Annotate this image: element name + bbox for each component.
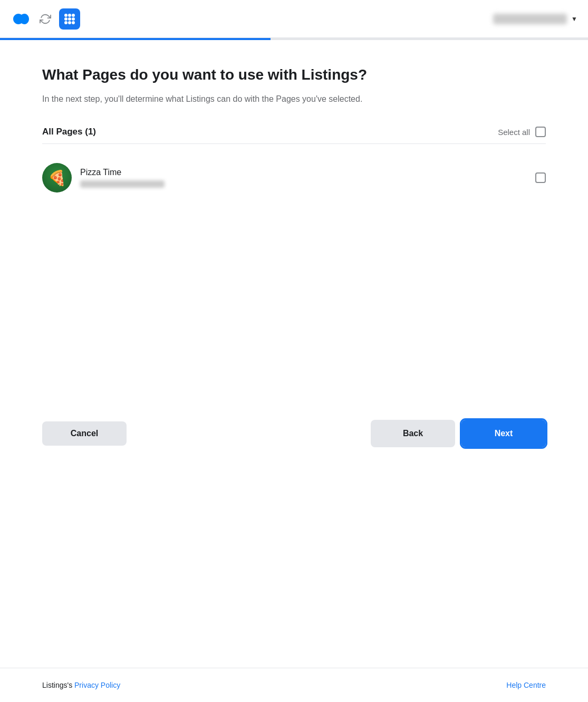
header-left [11, 8, 80, 30]
page-item-checkbox[interactable] [535, 172, 546, 183]
buttons-area: Cancel Back Next [42, 420, 546, 458]
svg-point-5 [68, 17, 71, 21]
header: ▼ [0, 0, 588, 38]
svg-point-8 [68, 21, 71, 24]
svg-point-3 [72, 14, 75, 17]
privacy-policy-link[interactable]: Privacy Policy [74, 681, 120, 689]
refresh-icon[interactable] [38, 12, 53, 26]
buttons-right: Back Next [371, 420, 546, 447]
svg-point-9 [72, 21, 75, 24]
pages-section: All Pages (1) Select all 🍕 Pizza Time [42, 127, 546, 388]
main-content: What Pages do you want to use with Listi… [0, 40, 588, 479]
page-info: Pizza Time [80, 168, 165, 188]
select-all-container: Select all [498, 127, 546, 137]
back-button[interactable]: Back [371, 420, 455, 447]
footer-left: Listings's Privacy Policy [42, 681, 120, 689]
account-name-blurred [493, 14, 567, 24]
content-spacer [0, 479, 588, 668]
listings-app-icon[interactable] [59, 8, 80, 30]
svg-point-2 [68, 14, 71, 17]
page-item-left: 🍕 Pizza Time [42, 163, 165, 193]
footer-prefix: Listings's [42, 681, 74, 689]
divider [42, 143, 546, 144]
next-button[interactable]: Next [461, 420, 546, 447]
pages-header: All Pages (1) Select all [42, 127, 546, 137]
avatar: 🍕 [42, 163, 72, 193]
select-all-checkbox[interactable] [535, 127, 546, 137]
page-name: Pizza Time [80, 168, 165, 177]
page-description: In the next step, you'll determine what … [42, 93, 464, 105]
account-dropdown-arrow[interactable]: ▼ [571, 15, 577, 23]
page-sub-blurred [80, 180, 165, 188]
svg-point-6 [72, 17, 75, 21]
help-centre-link[interactable]: Help Centre [506, 681, 546, 689]
page-list-item: 🍕 Pizza Time [42, 157, 546, 199]
pages-label: All Pages (1) [42, 127, 96, 137]
svg-point-0 [20, 15, 22, 23]
page-title: What Pages do you want to use with Listi… [42, 65, 464, 84]
select-all-label: Select all [498, 128, 530, 137]
header-right: ▼ [493, 14, 577, 24]
svg-point-4 [64, 17, 68, 21]
footer: Listings's Privacy Policy Help Centre [0, 668, 588, 702]
svg-point-1 [64, 14, 68, 17]
cancel-button[interactable]: Cancel [42, 421, 127, 446]
svg-point-7 [64, 21, 68, 24]
meta-logo[interactable] [11, 8, 32, 30]
